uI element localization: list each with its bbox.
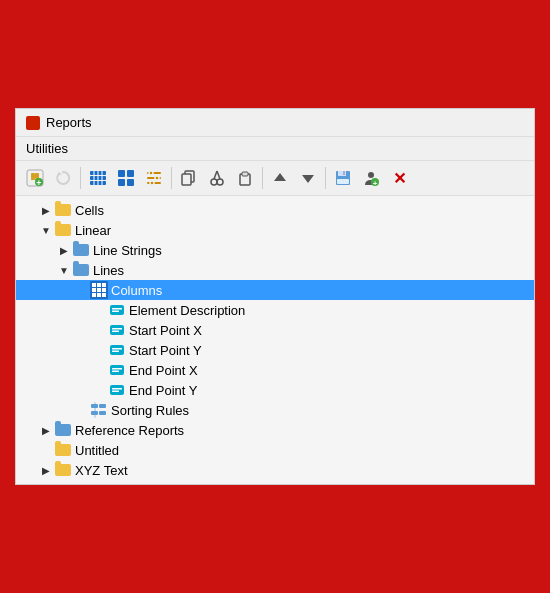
settings-button[interactable] xyxy=(141,165,167,191)
svg-rect-1 xyxy=(31,173,35,179)
list-view-button[interactable] xyxy=(85,165,111,191)
tree-item-untitled[interactable]: Untitled xyxy=(16,440,534,460)
label-start-x: Start Point X xyxy=(129,323,202,338)
svg-marker-32 xyxy=(302,175,314,183)
svg-rect-36 xyxy=(337,179,349,184)
tree-item-end-x[interactable]: End Point X xyxy=(16,360,534,380)
svg-rect-51 xyxy=(112,371,119,373)
label-end-x: End Point X xyxy=(129,363,198,378)
label-untitled: Untitled xyxy=(75,443,119,458)
label-reference-reports: Reference Reports xyxy=(75,423,184,438)
refresh-button[interactable] xyxy=(50,165,76,191)
svg-line-28 xyxy=(217,171,220,179)
svg-marker-31 xyxy=(274,173,286,181)
move-up-button[interactable] xyxy=(267,165,293,191)
svg-point-37 xyxy=(368,172,374,178)
paste-button[interactable] xyxy=(232,165,258,191)
grid-view-button[interactable] xyxy=(113,165,139,191)
svg-point-22 xyxy=(150,181,154,185)
folder-icon-cells xyxy=(54,202,72,218)
svg-marker-6 xyxy=(58,172,62,176)
tree-item-cells[interactable]: Cells xyxy=(16,200,534,220)
label-xyz-text: XYZ Text xyxy=(75,463,128,478)
menu-bar: Utilities xyxy=(16,137,534,161)
label-end-y: End Point Y xyxy=(129,383,197,398)
svg-rect-15 xyxy=(118,179,125,186)
tree-item-start-x[interactable]: Start Point X xyxy=(16,320,534,340)
sep2 xyxy=(171,167,172,189)
user-button[interactable]: + xyxy=(358,165,384,191)
window-title: Reports xyxy=(46,115,92,130)
field-icon-end-x xyxy=(108,362,126,378)
svg-rect-59 xyxy=(94,402,96,418)
label-sorting-rules: Sorting Rules xyxy=(111,403,189,418)
svg-rect-46 xyxy=(110,345,124,355)
expand-linear[interactable] xyxy=(38,222,54,238)
expand-xyz-text[interactable] xyxy=(38,462,54,478)
add-button[interactable]: + xyxy=(22,165,48,191)
label-line-strings: Line Strings xyxy=(93,243,162,258)
svg-point-20 xyxy=(149,171,153,175)
expand-reference-reports[interactable] xyxy=(38,422,54,438)
svg-point-26 xyxy=(217,179,223,185)
main-window: Reports Utilities + xyxy=(15,108,535,485)
svg-rect-48 xyxy=(112,351,119,353)
title-bar: Reports xyxy=(16,109,534,137)
tree-item-start-y[interactable]: Start Point Y xyxy=(16,340,534,360)
svg-rect-52 xyxy=(110,385,124,395)
tree-item-lines[interactable]: Lines xyxy=(16,260,534,280)
move-down-button[interactable] xyxy=(295,165,321,191)
tree-item-end-y[interactable]: End Point Y xyxy=(16,380,534,400)
label-lines: Lines xyxy=(93,263,124,278)
svg-rect-13 xyxy=(118,170,125,177)
field-icon-end-y xyxy=(108,382,126,398)
tree-item-line-strings[interactable]: Line Strings xyxy=(16,240,534,260)
svg-rect-35 xyxy=(343,171,345,175)
menu-utilities[interactable]: Utilities xyxy=(26,141,68,156)
tree-item-sorting-rules[interactable]: Sorting Rules xyxy=(16,400,534,420)
svg-text:+: + xyxy=(36,178,41,187)
field-icon-element-desc xyxy=(108,302,126,318)
sep3 xyxy=(262,167,263,189)
tree-item-element-desc[interactable]: Element Description xyxy=(16,300,534,320)
svg-rect-43 xyxy=(110,325,124,335)
tree-content: Cells Linear Line Strings Lines xyxy=(16,196,534,484)
svg-rect-49 xyxy=(110,365,124,375)
svg-rect-40 xyxy=(110,305,124,315)
label-start-y: Start Point Y xyxy=(129,343,202,358)
folder-icon-linear xyxy=(54,222,72,238)
sep4 xyxy=(325,167,326,189)
expand-line-strings[interactable] xyxy=(56,242,72,258)
folder-icon-line-strings xyxy=(72,242,90,258)
label-element-desc: Element Description xyxy=(129,303,245,318)
tree-item-linear[interactable]: Linear xyxy=(16,220,534,240)
svg-rect-16 xyxy=(127,179,134,186)
columns-icon xyxy=(90,282,108,298)
svg-point-25 xyxy=(211,179,217,185)
copy-button[interactable] xyxy=(176,165,202,191)
app-icon xyxy=(26,116,40,130)
folder-icon-lines xyxy=(72,262,90,278)
svg-rect-56 xyxy=(99,404,106,408)
tree-item-columns[interactable]: Columns xyxy=(16,280,534,300)
svg-rect-41 xyxy=(112,308,122,310)
svg-rect-44 xyxy=(112,328,122,330)
svg-rect-14 xyxy=(127,170,134,177)
sep1 xyxy=(80,167,81,189)
tree-item-xyz-text[interactable]: XYZ Text xyxy=(16,460,534,480)
cut-button[interactable] xyxy=(204,165,230,191)
svg-rect-45 xyxy=(112,331,119,333)
svg-rect-53 xyxy=(112,388,122,390)
label-cells: Cells xyxy=(75,203,104,218)
expand-lines[interactable] xyxy=(56,262,72,278)
field-icon-start-x xyxy=(108,322,126,338)
svg-rect-54 xyxy=(112,391,119,393)
label-linear: Linear xyxy=(75,223,111,238)
save-button[interactable] xyxy=(330,165,356,191)
tree-item-reference-reports[interactable]: Reference Reports xyxy=(16,420,534,440)
svg-rect-50 xyxy=(112,368,122,370)
expand-cells[interactable] xyxy=(38,202,54,218)
svg-rect-42 xyxy=(112,311,119,313)
folder-icon-reference-reports xyxy=(54,422,72,438)
close-x-button[interactable]: ✕ xyxy=(386,165,412,191)
